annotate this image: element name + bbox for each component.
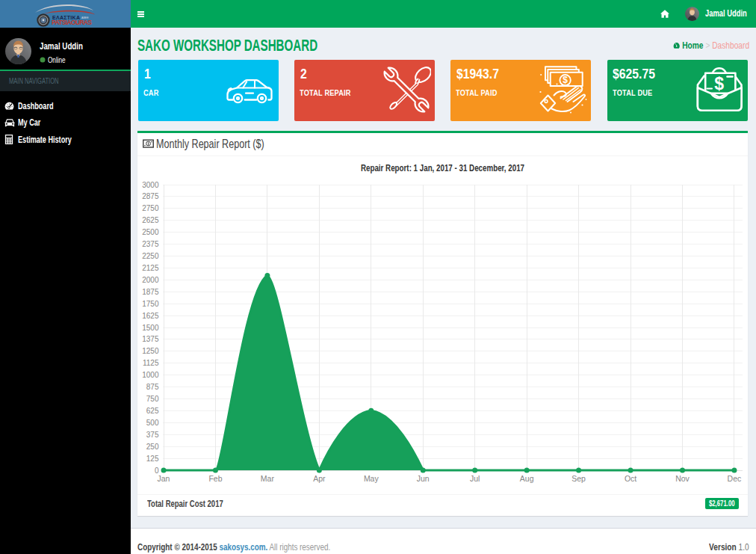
svg-text:Apr: Apr [313, 474, 326, 483]
svg-text:2750: 2750 [142, 204, 159, 212]
svg-text:Sep: Sep [571, 474, 586, 483]
svg-text:2500: 2500 [142, 228, 159, 236]
svg-text:Mar: Mar [261, 474, 275, 483]
svg-text:Oct: Oct [625, 474, 636, 483]
svg-text:1875: 1875 [142, 288, 159, 296]
svg-text:2000: 2000 [142, 276, 159, 284]
svg-text:375: 375 [146, 431, 159, 439]
svg-text:625: 625 [146, 407, 159, 415]
svg-text:Jun: Jun [417, 474, 430, 483]
svg-text:1250: 1250 [142, 347, 159, 355]
svg-text:$: $ [714, 74, 724, 93]
svg-text:875: 875 [146, 383, 159, 391]
svg-text:125: 125 [146, 455, 159, 463]
svg-text:Feb: Feb [208, 474, 222, 483]
svg-text:Jul: Jul [470, 474, 480, 483]
svg-text:2375: 2375 [142, 240, 159, 248]
svg-text:$: $ [563, 75, 568, 85]
svg-text:1625: 1625 [142, 312, 159, 320]
svg-text:1375: 1375 [142, 335, 159, 343]
svg-text:250: 250 [146, 443, 159, 451]
svg-text:750: 750 [146, 395, 159, 403]
svg-text:May: May [364, 474, 379, 483]
svg-text:Jan: Jan [158, 474, 170, 483]
svg-text:1000: 1000 [142, 371, 159, 379]
svg-text:Aug: Aug [520, 474, 534, 483]
svg-text:2875: 2875 [142, 192, 159, 200]
svg-text:PATSIAOURAS: PATSIAOURAS [52, 19, 92, 26]
svg-text:2250: 2250 [142, 252, 159, 260]
svg-text:500: 500 [146, 419, 159, 427]
svg-text:1125: 1125 [143, 359, 159, 367]
svg-text:1500: 1500 [142, 324, 159, 332]
svg-text:2125: 2125 [142, 264, 159, 272]
svg-text:Nov: Nov [675, 474, 690, 483]
svg-text:2625: 2625 [142, 216, 159, 224]
svg-text:0: 0 [155, 467, 159, 475]
svg-text:1750: 1750 [142, 300, 159, 308]
svg-text:3000: 3000 [142, 181, 159, 189]
svg-text:Dec: Dec [728, 474, 742, 483]
